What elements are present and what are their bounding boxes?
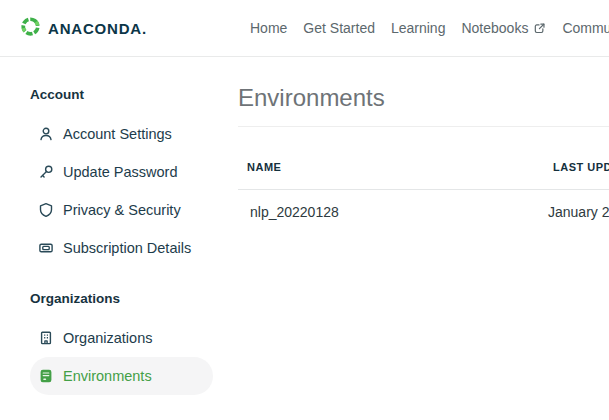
anaconda-logo-text: ANACONDA. <box>48 20 147 37</box>
environment-book-icon <box>38 368 54 384</box>
sidebar-item-organizations[interactable]: Organizations <box>30 319 213 357</box>
sidebar-section-organizations: Organizations Organizations <box>0 291 230 395</box>
sidebar-item-label: Environments <box>63 368 152 384</box>
column-header-last-updated: LAST UPDATED <box>553 161 609 173</box>
sidebar-item-label: Update Password <box>63 164 177 180</box>
sidebar-section-title-organizations: Organizations <box>30 291 230 307</box>
page-body: Account Account Settings <box>0 57 609 420</box>
sidebar-item-label: Privacy & Security <box>63 202 181 218</box>
nav-home[interactable]: Home <box>250 20 287 36</box>
table-row[interactable]: nlp_20220128 January 28, 2022 <box>238 190 609 236</box>
sidebar-section-account: Account Account Settings <box>0 87 230 267</box>
sidebar-item-account-settings[interactable]: Account Settings <box>30 115 213 153</box>
page-title: Environments <box>238 85 609 111</box>
person-icon <box>38 126 54 142</box>
sidebar-item-environments[interactable]: Environments <box>30 357 213 395</box>
environment-name-cell: nlp_20220128 <box>250 204 339 220</box>
sidebar-item-label: Organizations <box>63 330 152 346</box>
sidebar-item-subscription-details[interactable]: Subscription Details <box>30 229 213 267</box>
anaconda-logo-icon <box>20 16 41 41</box>
ticket-icon <box>38 240 54 256</box>
sidebar-section-title-account: Account <box>30 87 230 103</box>
sidebar-item-label: Subscription Details <box>63 240 191 256</box>
building-icon <box>38 330 54 346</box>
shield-icon <box>38 202 54 218</box>
nav-get-started[interactable]: Get Started <box>303 20 375 36</box>
nav-community[interactable]: Community <box>562 20 609 36</box>
key-icon <box>38 164 54 180</box>
sidebar: Account Account Settings <box>0 57 230 420</box>
main-content: Environments NAME LAST UPDATED nlp_20220… <box>230 57 609 420</box>
top-header: ANACONDA. Home Get Started Learning Note… <box>0 0 609 57</box>
sidebar-item-update-password[interactable]: Update Password <box>30 153 213 191</box>
table-header-row: NAME LAST UPDATED <box>238 127 609 190</box>
anaconda-account-app: ANACONDA. Home Get Started Learning Note… <box>0 0 609 420</box>
top-navigation: Home Get Started Learning Notebooks <box>250 0 609 56</box>
sidebar-item-label: Account Settings <box>63 126 172 142</box>
anaconda-logo[interactable]: ANACONDA. <box>20 16 147 41</box>
column-header-name: NAME <box>247 161 281 173</box>
sidebar-item-privacy-security[interactable]: Privacy & Security <box>30 191 213 229</box>
environments-table: NAME LAST UPDATED nlp_20220128 January 2… <box>238 127 609 236</box>
nav-notebooks[interactable]: Notebooks <box>461 20 546 36</box>
external-link-icon <box>533 22 546 35</box>
environment-last-updated-cell: January 28, 2022 <box>548 204 609 220</box>
nav-learning[interactable]: Learning <box>391 20 446 36</box>
